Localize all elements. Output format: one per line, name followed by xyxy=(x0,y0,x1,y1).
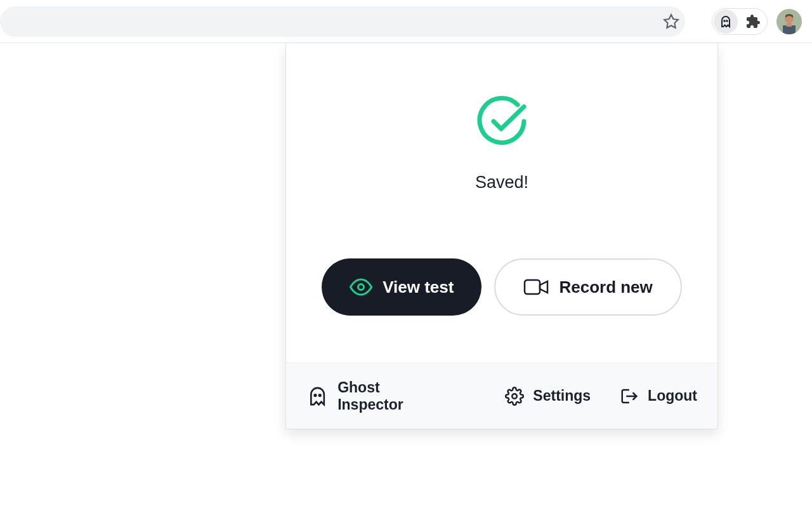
svg-point-1 xyxy=(724,20,725,22)
svg-rect-8 xyxy=(525,280,540,294)
logout-icon xyxy=(620,387,639,406)
ghost-inspector-extension-icon[interactable] xyxy=(714,10,738,34)
settings-link[interactable]: Settings xyxy=(505,387,591,406)
eye-icon xyxy=(350,276,372,298)
extensions-group xyxy=(712,8,768,35)
extension-popup: Saved! View test Record new xyxy=(285,43,718,429)
popup-body: Saved! View test Record new xyxy=(286,43,717,363)
profile-avatar[interactable] xyxy=(776,9,802,34)
svg-point-2 xyxy=(726,20,728,22)
gear-icon xyxy=(505,387,524,406)
brand-label: Ghost Inspector xyxy=(337,379,447,413)
logout-link[interactable]: Logout xyxy=(620,387,697,406)
svg-point-7 xyxy=(358,284,364,290)
ghost-icon xyxy=(306,385,329,408)
action-buttons: View test Record new xyxy=(322,258,682,316)
video-camera-icon xyxy=(523,277,549,297)
svg-rect-6 xyxy=(787,23,792,27)
record-new-label: Record new xyxy=(559,277,652,297)
status-text: Saved! xyxy=(475,173,528,192)
svg-point-11 xyxy=(513,394,518,399)
svg-point-10 xyxy=(319,394,321,396)
svg-rect-5 xyxy=(783,25,796,34)
logout-label: Logout xyxy=(648,387,697,404)
popup-footer: Ghost Inspector Settings Logout xyxy=(286,363,717,429)
brand-link[interactable]: Ghost Inspector xyxy=(306,379,447,413)
svg-marker-0 xyxy=(664,15,678,28)
success-checkmark-icon xyxy=(473,93,530,150)
bookmark-star-icon[interactable] xyxy=(662,13,680,30)
record-new-button[interactable]: Record new xyxy=(494,258,681,316)
browser-toolbar xyxy=(0,0,812,43)
settings-label: Settings xyxy=(533,387,591,404)
view-test-button[interactable]: View test xyxy=(322,258,481,316)
address-bar[interactable] xyxy=(0,6,685,37)
view-test-label: View test xyxy=(383,277,454,297)
extensions-puzzle-icon[interactable] xyxy=(744,13,762,30)
svg-point-9 xyxy=(315,394,317,396)
